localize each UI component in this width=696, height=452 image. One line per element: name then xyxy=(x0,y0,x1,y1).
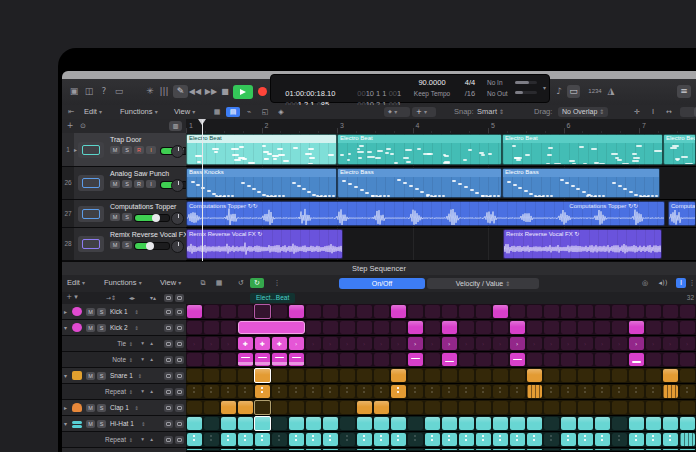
step-cell[interactable] xyxy=(680,353,695,366)
step-cell[interactable]: › xyxy=(493,337,508,350)
step-cell[interactable] xyxy=(374,353,389,366)
quick-help-icon[interactable]: ? xyxy=(98,85,110,98)
sequencer-row-header[interactable]: Repeat⇕▾▴ xyxy=(62,432,186,448)
arrange-menu-edit[interactable]: Edit ▾ xyxy=(84,105,102,119)
stop-icon[interactable]: ■ xyxy=(220,85,230,98)
row-option-button-2[interactable] xyxy=(175,388,184,396)
subrow-increment-icon[interactable]: ▴ xyxy=(150,388,153,394)
catch-playhead-icon[interactable]: ⇤ xyxy=(68,105,74,119)
inspector-icon[interactable]: ◫ xyxy=(83,85,95,98)
step-cell[interactable]: › xyxy=(629,337,644,350)
step-cell[interactable] xyxy=(612,369,627,382)
row-mute-button[interactable]: M xyxy=(86,420,95,428)
step-cell[interactable]: › xyxy=(391,337,406,350)
step-cell[interactable]: › xyxy=(408,337,423,350)
step-cell[interactable] xyxy=(221,369,236,382)
step-cell[interactable] xyxy=(612,401,627,414)
region[interactable]: Electro Bass xyxy=(502,168,660,198)
step-cell[interactable] xyxy=(476,449,491,450)
region[interactable]: Bass Knocks xyxy=(186,168,337,198)
step-cell[interactable] xyxy=(612,433,627,446)
row-solo-button[interactable]: S xyxy=(97,324,106,332)
step-cell[interactable] xyxy=(612,449,627,450)
step-cell[interactable] xyxy=(391,449,406,450)
step-cell[interactable] xyxy=(442,385,457,398)
step-cell[interactable] xyxy=(476,417,491,430)
step-cell[interactable]: › xyxy=(204,337,219,350)
pan-knob[interactable] xyxy=(171,145,184,158)
metronome-icon[interactable]: ◮ xyxy=(606,85,616,98)
step-cell[interactable] xyxy=(340,305,355,318)
step-cell[interactable] xyxy=(323,369,338,382)
step-cell[interactable] xyxy=(255,449,270,450)
tuner-icon[interactable]: ♪ xyxy=(554,85,564,98)
row-option-button-1[interactable] xyxy=(164,436,173,444)
step-cell[interactable] xyxy=(204,433,219,446)
row-option-button-1[interactable] xyxy=(164,308,173,316)
region[interactable]: Electro Bass xyxy=(337,168,502,198)
step-cell[interactable] xyxy=(646,417,661,430)
step-cell[interactable] xyxy=(306,401,321,414)
step-cell[interactable]: › xyxy=(663,337,678,350)
track-header[interactable]: 26Analog Saw PunchMSRI xyxy=(62,167,186,200)
step-cell[interactable] xyxy=(663,369,678,382)
track-lane[interactable]: Bass KnocksElectro BassElectro Bass xyxy=(186,167,696,200)
region[interactable]: Electro Beat xyxy=(186,134,337,165)
text-tool-icon[interactable]: I xyxy=(646,107,660,117)
step-cell[interactable] xyxy=(442,321,457,334)
step-cell[interactable] xyxy=(527,433,542,446)
arrange-menu-view[interactable]: View ▾ xyxy=(174,105,195,119)
step-cell[interactable] xyxy=(663,401,678,414)
region[interactable]: Remix Reverse Vocal FX ↻ xyxy=(503,229,662,259)
mute-button[interactable]: M xyxy=(110,213,120,221)
row-option-button-1[interactable] xyxy=(164,388,173,396)
row-disclosure-icon[interactable]: ▾ xyxy=(64,420,67,427)
track-header[interactable]: 1▸Trap DoorMSRI xyxy=(62,133,186,167)
step-cell[interactable]: › xyxy=(340,337,355,350)
subrow-stepper-icon[interactable]: ⇕ xyxy=(129,357,133,363)
automation-icon[interactable]: ⌁ xyxy=(242,107,256,117)
crosshair-icon[interactable]: ✛ xyxy=(630,107,644,117)
step-cell[interactable] xyxy=(578,417,593,430)
volume-slider[interactable] xyxy=(134,242,170,250)
step-cell[interactable] xyxy=(221,353,236,366)
step-cell[interactable] xyxy=(425,369,440,382)
step-cell[interactable] xyxy=(680,417,695,430)
step-cell[interactable] xyxy=(663,353,678,366)
step-cell[interactable] xyxy=(561,385,576,398)
step-cell[interactable] xyxy=(408,369,423,382)
step-cell[interactable] xyxy=(442,417,457,430)
step-cell[interactable] xyxy=(306,305,321,318)
step-cell[interactable] xyxy=(357,401,372,414)
step-cell[interactable] xyxy=(357,449,372,450)
step-cell[interactable] xyxy=(544,401,559,414)
step-cell[interactable] xyxy=(459,321,474,334)
playhead[interactable] xyxy=(202,120,203,261)
step-cell[interactable]: › xyxy=(425,337,440,350)
step-cell[interactable] xyxy=(493,417,508,430)
step-cell[interactable] xyxy=(221,401,236,414)
step-cell[interactable] xyxy=(544,353,559,366)
step-cell[interactable] xyxy=(289,417,304,430)
step-cell[interactable] xyxy=(459,433,474,446)
step-cell[interactable] xyxy=(510,369,525,382)
step-cell[interactable] xyxy=(238,449,253,450)
step-cell[interactable] xyxy=(544,433,559,446)
row-name-stepper-icon[interactable]: ⇕ xyxy=(134,325,138,331)
divider-dots-icon[interactable]: ⋮ xyxy=(688,278,696,288)
step-cell[interactable] xyxy=(408,353,423,366)
step-cell[interactable] xyxy=(204,401,219,414)
copy-pattern-icon[interactable]: ⧉ xyxy=(196,278,210,288)
step-cell[interactable] xyxy=(544,449,559,450)
sequencer-row-header[interactable]: ▸MSClap 1⇕ xyxy=(62,400,186,416)
step-cell[interactable] xyxy=(357,369,372,382)
step-cell[interactable] xyxy=(442,449,457,450)
step-cell[interactable] xyxy=(408,417,423,430)
step-cell[interactable] xyxy=(493,353,508,366)
step-cell[interactable] xyxy=(493,385,508,398)
step-cell[interactable] xyxy=(357,321,372,334)
step-cell[interactable] xyxy=(204,321,219,334)
step-cell[interactable] xyxy=(289,449,304,450)
step-cell[interactable] xyxy=(408,305,423,318)
row-name-stepper-icon[interactable]: ⇕ xyxy=(134,309,138,315)
